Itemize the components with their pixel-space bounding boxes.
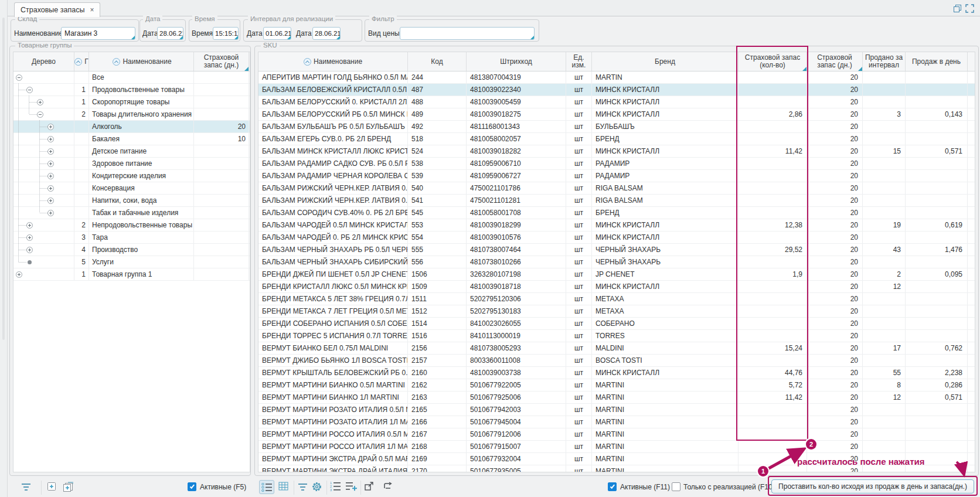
expand-all-icon[interactable] [62,481,75,494]
table-row[interactable]: БАЛЬЗАМ ЧАРОДЕЙ 0. РБ 2Л МИНСК КРИСТАЛЛ5… [258,232,975,244]
active-f11-checkbox[interactable] [608,482,617,491]
tree-row[interactable]: 4Производство [13,244,250,256]
warehouse-combobox[interactable]: Магазин 3 [61,27,135,40]
column-header-name[interactable]: Наименование [258,52,408,71]
expand-icon[interactable] [26,247,33,253]
fullscreen-icon[interactable] [965,4,974,13]
tree-row[interactable]: Табак и табачные изделия [13,207,250,219]
column-header-unit[interactable]: Ед. изм. [566,52,592,71]
column-header-tree[interactable]: Дерево [13,52,74,71]
interval-from-input[interactable]: 01.06.21 [263,27,291,40]
table-row[interactable]: ВЕРМУТ КРЫШТАЛЬ БЕЛОВЕЖСКИЙ РБ 0.7Л МИНС… [258,367,975,379]
tree-row[interactable]: Детское питание [13,145,250,158]
table-row[interactable]: БАЛЬЗАМ РАДАМИР САДКО СУВ. РБ 0.5Л РАДАМ… [258,158,975,170]
table-row[interactable]: БРЕНДИ ТОРРЕС 5 ИСПАНИЯ 0.7Л TORRES15168… [258,330,975,342]
expand-icon[interactable] [47,210,54,216]
table-row[interactable]: ВЕРМУТ МАРТИНИ БИАНКО 0.5Л MARTINI216250… [258,379,975,392]
numbered-list-icon[interactable]: 123 [330,481,341,493]
tree-row[interactable]: Напитки, соки, вода [13,195,250,207]
active-f5-checkbox[interactable] [188,482,196,491]
list-view-button[interactable] [259,480,274,494]
apply-quantity-button[interactable]: Проставить кол-во исходя из продаж в ден… [771,479,974,493]
tree-row[interactable]: 2Товары длительного хранения [13,108,250,121]
expand-icon[interactable] [26,222,33,229]
table-row[interactable]: БРЕНДИ СОБЕРАНО ИСПАНИЯ 0.5Л СОБЕРАНО151… [258,318,975,330]
date-input[interactable]: 28.06.21 [157,27,183,40]
column-header-group-stock-days[interactable]: Страховой запас (дн.) [194,52,249,71]
expand-icon[interactable] [47,173,54,179]
table-row[interactable]: БРЕНДИ КРИСТАЛЛ ЛЮКС 0.5Л МИНСК КРИСТАЛЛ… [258,281,975,293]
table-row[interactable]: БАЛЬЗАМ РАДАМИР ЧЕРНАЯ КОРОЛЕВА СУВ 0.5Л… [258,170,975,182]
close-tab-icon[interactable]: × [90,6,94,14]
expand-icon[interactable] [26,234,33,241]
price-type-input[interactable] [400,27,535,40]
filter-icon[interactable] [21,483,32,493]
column-header-barcode[interactable]: Штрихкод [467,52,566,71]
tree-row[interactable]: 5Услуги [13,256,250,268]
table-row[interactable]: БАЛЬЗАМ ЕГЕРЬ СУВ.0. РБ 2Л БРЕНД51848100… [258,133,975,145]
column-header-group[interactable]: Г [74,52,89,71]
expand-icon[interactable] [47,124,54,130]
table-row[interactable]: БАЛЬЗАМ СОРОДИЧ СУВ.40% 0. РБ 2Л БРЕНД54… [258,207,975,219]
left-scroll-strip[interactable] [0,0,8,497]
collapse-icon[interactable] [16,74,22,81]
table-row[interactable]: БАЛЬЗАМ ЧАРОДЕЙ 0.5Л МИНСК КРИСТАЛЛ55348… [258,219,975,232]
column-header-stock-qty[interactable]: Страховой запас (кол-во) [739,52,807,71]
table-row[interactable]: БАЛЬЗАМ РИЖСКИЙ ЧЕРН.КЕР. ЛАТВИЯ 0.35Л R… [258,182,975,195]
add-lines-icon[interactable] [345,481,357,493]
column-header-stock-days[interactable]: Страховой запас (дн.) [807,52,863,71]
tree-row[interactable]: 1Продовольственные товары [13,84,250,96]
time-input[interactable]: 15:15:11 [213,27,239,40]
table-row[interactable]: БРЕНДИ МЕТАКСА 7 ЛЕТ ГРЕЦИЯ 0.5Л МЕТАХА1… [258,305,975,318]
expand-icon[interactable] [47,148,54,155]
table-row[interactable]: ВЕРМУТ МАРТИНИ РОЗАТО ИТАЛИЯ 0.5Л MARTIN… [258,404,975,416]
column-header-brand[interactable]: Бренд [592,52,739,71]
expand-icon[interactable] [47,185,54,192]
expand-icon[interactable] [47,161,54,167]
tree-row[interactable]: Здоровое питание [13,158,250,170]
tree-row[interactable]: 3Тара [13,232,250,244]
table-row[interactable]: АПЕРИТИВ МАРТИН ГОЛД БЬЯНКО 0.5Л MARTIN2… [258,72,975,84]
column-header-code[interactable]: Код [408,52,467,71]
table-row[interactable]: ВЕРМУТ ДЖИБО БЬЯНКО 1Л BOSCA TOSTI215780… [258,355,975,367]
collapse-icon[interactable] [26,87,33,93]
tree-row[interactable]: 2Непродовольственные товары [13,219,250,232]
tree-row[interactable]: Алкоголь20 [13,121,250,133]
expand-icon[interactable] [47,136,54,142]
table-row[interactable]: ВЕРМУТ БИАНКО БЕЛ 0.75Л MALDINI215648107… [258,342,975,355]
table-row[interactable]: БАЛЬЗАМ БЕЛОВЕЖСКИЙ КРИСТАЛЛ 0.5Л МИНСК … [258,84,975,96]
tree-row[interactable]: Консервация [13,182,250,195]
tree-row[interactable]: Все [13,72,250,84]
table-row[interactable]: ВЕРМУТ МАРТИНИ РОССО ИТАЛИЯ 0.5Л MARTINI… [258,428,975,441]
table-row[interactable]: БАЛЬЗАМ ЧЕРНЫЙ ЗНАХАРЬ РБ 0.5Л ЧЕРНЫЙ ЗН… [258,244,975,256]
tree-row[interactable]: 1Товарная группа 1 [13,268,250,281]
table-row[interactable]: БАЛЬЗАМ БЕЛОРУССКИЙ РБ 0.5Л МИНСК КРИСТА… [258,108,975,121]
table-row[interactable]: ВЕРМУТ МАРТИНИ РОЗАТО ИТАЛИЯ 1Л MARTINI2… [258,416,975,428]
column-header-sales-per-day[interactable]: Продаж в день [906,52,968,71]
tree-row[interactable]: 1Скоропортящие товары [13,96,250,108]
column-header-sold-interval[interactable]: Продано за интервал [863,52,906,71]
grid-view-button[interactable] [278,482,289,493]
tree-row[interactable]: Кондитерские изделия [13,170,250,182]
expand-icon[interactable] [16,271,22,278]
tree-row[interactable]: Бакалея10 [13,133,250,145]
column-header-group-name[interactable]: Наименование [89,52,194,71]
collapse-icon[interactable] [37,111,43,118]
expand-node-icon[interactable] [47,482,57,494]
table-row[interactable]: БРЕНДИ ДЖЕЙ ПИ ШЕНЕТ 0.5Л JP CHENET15063… [258,268,975,281]
table-row[interactable]: БАЛЬЗАМ БЕЛОРУССКИЙ 0. КРИСТАЛЛ 2Л МИНСК… [258,96,975,108]
only-realized-f10-checkbox[interactable] [672,482,680,491]
table-row[interactable]: БАЛЬЗАМ БУЛЬБАШЪ РБ 0.5Л БУЛЬБАШЪ4924811… [258,121,975,133]
tab-safety-stocks[interactable]: Страховые запасы × [14,2,100,17]
filter-icon[interactable] [298,483,308,493]
interval-to-input[interactable]: 28.06.21 [312,27,341,40]
refresh-loop-icon[interactable] [382,482,393,492]
expand-icon[interactable] [47,198,54,204]
table-row[interactable]: ВЕРМУТ МАРТИНИ БИАНКО 1Л MARTINI21635010… [258,392,975,404]
open-external-icon[interactable] [365,482,374,492]
table-row[interactable]: БАЛЬЗАМ МИНСК КРИСТАЛЛ ЛЮКС КРИСТАЛ 0.5Л… [258,145,975,158]
restore-window-icon[interactable] [953,4,962,13]
gear-icon[interactable] [311,481,322,494]
table-row[interactable]: БАЛЬЗАМ РИЖСКИЙ ЧЕРН.КЕР. ЛАТВИЯ 0.5Л RI… [258,195,975,207]
expand-icon[interactable] [37,99,43,105]
